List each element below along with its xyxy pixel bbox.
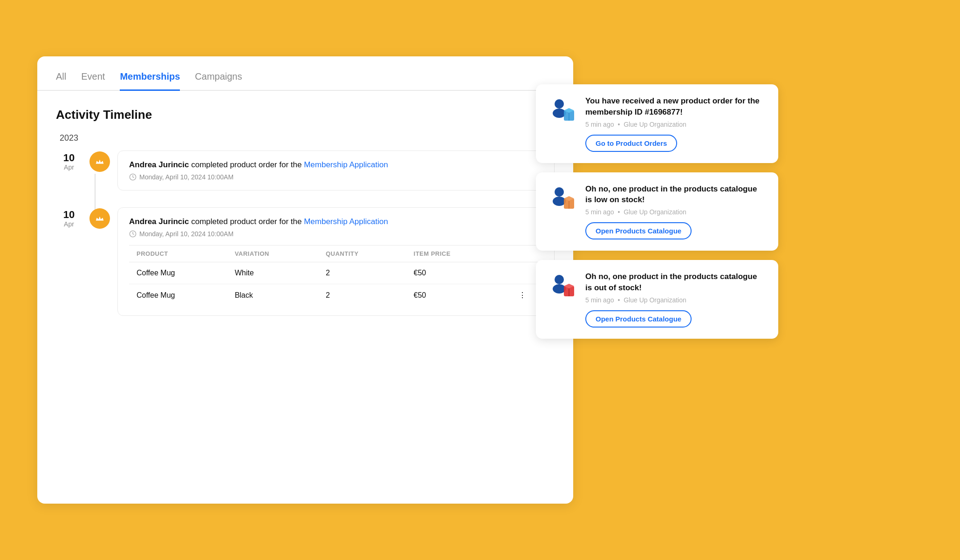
notif-body-1: You have received a new product order fo… (585, 96, 765, 152)
month-1: Apr (56, 164, 82, 171)
timeline-time-1: Monday, April 10, 2024 10:00AM (129, 173, 543, 181)
col-product: PRODUCT (129, 246, 227, 262)
row1-quantity: 2 (318, 262, 406, 284)
notif-title-2: Oh no, one product in the products catal… (585, 184, 765, 206)
product-table: PRODUCT VARIATION QUANTITY ITEM PRICE (129, 245, 543, 306)
notif-time-3: 5 min ago (585, 296, 614, 304)
timeline-dot-2 (89, 208, 110, 229)
timeline-items: 10 Apr Andrea Jurincic comple (56, 150, 555, 333)
main-card: All Event Memberships Campaigns Activity… (37, 56, 573, 504)
notif-icon-1 (549, 96, 577, 123)
svg-point-7 (555, 187, 564, 197)
col-price: ITEM PRICE (406, 246, 502, 262)
row2-product: Coffee Mug (129, 284, 227, 307)
notifications-column: You have received a new product order fo… (536, 84, 778, 504)
day-2: 10 (56, 209, 82, 220)
notif-meta-2: 5 min ago • Glue Up Organization (585, 208, 765, 216)
action-text-2: completed product order for the (191, 217, 304, 226)
day-1: 10 (56, 152, 82, 164)
person-name-2: Andrea Jurincic (129, 217, 189, 226)
svg-point-13 (553, 284, 566, 294)
tab-memberships[interactable]: Memberships (120, 71, 180, 91)
timeline-year: 2023 (60, 133, 555, 143)
notif-inner-2: Oh no, one product in the products catal… (549, 184, 765, 240)
notif-title-1: You have received a new product order fo… (585, 96, 765, 118)
notif-inner-1: You have received a new product order fo… (549, 96, 765, 152)
notif-inner-3: Oh no, one product in the products catal… (549, 271, 765, 328)
notif-body-3: Oh no, one product in the products catal… (585, 271, 765, 328)
notification-card-3: Oh no, one product in the products catal… (536, 260, 778, 339)
month-2: Apr (56, 220, 82, 228)
tab-all[interactable]: All (56, 71, 66, 91)
notification-card-1: You have received a new product order fo… (536, 84, 778, 163)
timeline-card-2: Andrea Jurincic completed product order … (117, 207, 555, 316)
row1-price: €50 (406, 262, 502, 284)
timeline-date-2: 10 Apr (56, 207, 82, 228)
table-row-2: Coffee Mug Black 2 €50 ⋮ (129, 284, 543, 307)
timeline-dot-1 (89, 151, 110, 172)
datetime-2: Monday, April 10, 2024 10:00AM (139, 230, 233, 238)
svg-point-2 (555, 99, 564, 109)
notif-btn-2[interactable]: Open Products Catalogue (585, 222, 692, 239)
timeline-card-1: Andrea Jurincic completed product order … (117, 150, 555, 191)
action-text-1: completed product order for the (191, 160, 304, 169)
tab-event[interactable]: Event (81, 71, 105, 91)
notification-card-2: Oh no, one product in the products catal… (536, 172, 778, 251)
membership-link-2[interactable]: Membership Application (304, 217, 388, 226)
timeline-text-2: Andrea Jurincic completed product order … (129, 217, 543, 226)
notif-btn-1[interactable]: Go to Product Orders (585, 135, 677, 152)
tabs-bar: All Event Memberships Campaigns (37, 56, 573, 91)
tab-campaigns[interactable]: Campaigns (195, 71, 242, 91)
notif-org-3: Glue Up Organization (624, 296, 686, 304)
timeline-text-1: Andrea Jurincic completed product order … (129, 160, 543, 170)
row1-product: Coffee Mug (129, 262, 227, 284)
timeline-title: Activity Timeline (56, 108, 555, 122)
svg-point-8 (553, 197, 566, 206)
notif-btn-3[interactable]: Open Products Catalogue (585, 310, 692, 328)
row2-variation: Black (227, 284, 318, 307)
svg-point-3 (553, 109, 566, 118)
timeline-section: Activity Timeline 2023 10 Apr (37, 91, 573, 333)
notif-body-2: Oh no, one product in the products catal… (585, 184, 765, 240)
timeline-item-1: 10 Apr Andrea Jurincic comple (56, 150, 555, 207)
timeline-date-1: 10 Apr (56, 150, 82, 171)
table-row-1: Coffee Mug White 2 €50 (129, 262, 543, 284)
notif-icon-2 (549, 184, 577, 212)
timeline-item-2: 10 Apr Andrea Jurincic completed product… (56, 207, 555, 333)
notif-title-3: Oh no, one product in the products catal… (585, 271, 765, 294)
notif-meta-3: 5 min ago • Glue Up Organization (585, 296, 765, 304)
notif-time-2: 5 min ago (585, 208, 614, 216)
col-variation: VARIATION (227, 246, 318, 262)
datetime-1: Monday, April 10, 2024 10:00AM (139, 173, 233, 181)
row2-price: €50 (406, 284, 502, 307)
row2-quantity: 2 (318, 284, 406, 307)
person-name-1: Andrea Jurincic (129, 160, 189, 169)
svg-point-12 (555, 275, 564, 284)
row1-variation: White (227, 262, 318, 284)
notif-meta-1: 5 min ago • Glue Up Organization (585, 121, 765, 128)
notif-icon-3 (549, 271, 577, 299)
notif-org-2: Glue Up Organization (624, 208, 686, 216)
notif-time-1: 5 min ago (585, 121, 614, 128)
col-quantity: QUANTITY (318, 246, 406, 262)
notif-org-1: Glue Up Organization (624, 121, 686, 128)
membership-link-1[interactable]: Membership Application (304, 160, 388, 169)
timeline-time-2: Monday, April 10, 2024 10:00AM (129, 230, 543, 238)
